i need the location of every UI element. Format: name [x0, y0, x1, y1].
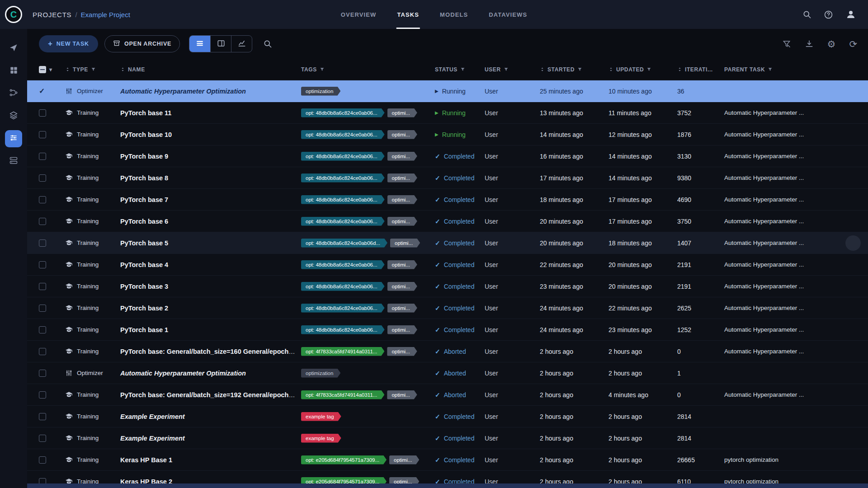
sort-icon[interactable]: [540, 67, 545, 72]
task-row[interactable]: TrainingExample Experimentexample tag✓Co…: [27, 427, 868, 449]
open-archive-button[interactable]: OPEN ARCHIVE: [104, 35, 180, 52]
sidebar-item-dashboard[interactable]: [5, 40, 22, 57]
tab-tasks[interactable]: TASKS: [396, 0, 420, 29]
column-header-parent[interactable]: PARENT TASK: [721, 66, 868, 73]
column-header-tags[interactable]: TAGS: [297, 66, 431, 73]
settings-gear-icon[interactable]: ⚙: [827, 39, 836, 49]
task-name[interactable]: PyTorch base 7: [120, 196, 168, 203]
task-name[interactable]: Keras HP Base 2: [120, 478, 172, 484]
clearml-logo[interactable]: C: [5, 6, 22, 23]
task-name[interactable]: PyTorch base 5: [120, 239, 168, 247]
sidebar-item-workers-queues[interactable]: [5, 153, 22, 170]
sort-icon[interactable]: [120, 67, 125, 72]
task-row[interactable]: TrainingPyTorch base 7opt: 48db0b8a6c824…: [27, 189, 868, 211]
column-header-started[interactable]: STARTED: [536, 66, 605, 73]
task-name[interactable]: Example Experiment: [120, 413, 185, 420]
task-name[interactable]: PyTorch base: General/batch_size=160 Gen…: [120, 348, 297, 355]
task-name[interactable]: Keras HP Base 1: [120, 456, 172, 464]
task-row[interactable]: TrainingPyTorch base: General/batch_size…: [27, 384, 868, 406]
task-row[interactable]: TrainingPyTorch base: General/batch_size…: [27, 341, 868, 362]
row-checkbox[interactable]: [39, 283, 46, 290]
clear-filters-icon[interactable]: [782, 39, 791, 48]
sidebar-item-pipelines[interactable]: [5, 85, 22, 102]
table-view-button[interactable]: [189, 36, 210, 52]
task-row[interactable]: TrainingPyTorch base 8opt: 48db0b8a6c824…: [27, 167, 868, 189]
column-header-name[interactable]: NAME: [117, 66, 297, 73]
task-name[interactable]: Automatic Hyperparameter Optimization: [120, 370, 246, 377]
task-row[interactable]: TrainingExample Experimentexample tag✓Co…: [27, 406, 868, 427]
row-checkbox[interactable]: [39, 153, 46, 160]
task-name[interactable]: PyTorch base 3: [120, 283, 168, 290]
filter-icon[interactable]: [460, 67, 465, 72]
task-name[interactable]: Automatic Hyperparameter Optimization: [120, 88, 246, 95]
row-checkbox[interactable]: [39, 109, 46, 117]
task-row[interactable]: TrainingKeras HP Base 2opt: e205d684f795…: [27, 471, 868, 483]
breadcrumb-projects[interactable]: PROJECTS: [33, 11, 71, 19]
task-row[interactable]: TrainingKeras HP Base 1opt: e205d684f795…: [27, 449, 868, 471]
filter-icon[interactable]: [768, 67, 773, 72]
horizontal-scrollbar[interactable]: [27, 483, 868, 488]
task-name[interactable]: PyTorch base 9: [120, 153, 168, 160]
task-row[interactable]: TrainingPyTorch base 11opt: 48db0b8a6c82…: [27, 102, 868, 124]
filter-icon[interactable]: [91, 67, 96, 72]
row-checkbox[interactable]: [39, 239, 46, 247]
split-view-button[interactable]: [210, 36, 231, 52]
row-checkbox[interactable]: [39, 218, 46, 225]
row-checkbox[interactable]: [39, 391, 46, 399]
filter-icon[interactable]: [504, 67, 509, 72]
task-name[interactable]: PyTorch base 6: [120, 218, 168, 225]
task-name[interactable]: PyTorch base 10: [120, 131, 172, 138]
task-name[interactable]: Example Experiment: [120, 435, 185, 442]
row-checkbox[interactable]: [39, 478, 46, 483]
row-checkbox[interactable]: [39, 370, 46, 377]
sort-icon[interactable]: [677, 67, 682, 72]
tab-overview[interactable]: OVERVIEW: [340, 0, 377, 29]
new-task-button[interactable]: + NEW TASK: [39, 35, 98, 52]
download-icon[interactable]: [805, 39, 814, 48]
row-checkbox[interactable]: [39, 326, 46, 333]
sidebar-item-experiments[interactable]: [5, 130, 22, 147]
task-row[interactable]: TrainingPyTorch base 5opt: 48db0b8a6c824…: [27, 232, 868, 254]
row-checkbox[interactable]: [39, 413, 46, 420]
user-avatar[interactable]: [845, 9, 856, 20]
column-header-status[interactable]: STATUS: [431, 66, 481, 73]
task-row[interactable]: TrainingPyTorch base 6opt: 48db0b8a6c824…: [27, 211, 868, 232]
table-search-icon[interactable]: [263, 39, 272, 48]
row-checkbox[interactable]: [39, 196, 46, 203]
task-name[interactable]: PyTorch base 2: [120, 305, 168, 312]
task-name[interactable]: PyTorch base 8: [120, 174, 168, 182]
column-header-type[interactable]: TYPE: [61, 66, 117, 73]
row-checkbox[interactable]: [39, 305, 46, 312]
sort-icon[interactable]: [65, 67, 70, 72]
row-checkbox[interactable]: [39, 131, 46, 138]
task-name[interactable]: PyTorch base 4: [120, 261, 168, 268]
filter-icon[interactable]: [577, 67, 582, 72]
column-header-user[interactable]: USER: [481, 66, 536, 73]
row-checkbox[interactable]: [39, 348, 46, 355]
auto-refresh-icon[interactable]: ⟳: [849, 39, 857, 49]
tab-dataviews[interactable]: DATAVIEWS: [488, 0, 528, 29]
task-name[interactable]: PyTorch base: General/batch_size=192 Gen…: [120, 391, 297, 399]
task-row[interactable]: TrainingPyTorch base 10opt: 48db0b8a6c82…: [27, 124, 868, 145]
row-checkbox[interactable]: [39, 261, 46, 268]
task-row[interactable]: TrainingPyTorch base 1opt: 48db0b8a6c824…: [27, 319, 868, 341]
column-header-updated[interactable]: UPDATED: [605, 66, 674, 73]
filter-icon[interactable]: [646, 67, 651, 72]
task-name[interactable]: PyTorch base 1: [120, 326, 168, 333]
task-row[interactable]: TrainingPyTorch base 3opt: 48db0b8a6c824…: [27, 276, 868, 297]
search-icon[interactable]: [802, 10, 811, 19]
column-header-iterations[interactable]: ITERATI...: [674, 66, 721, 73]
row-checkbox[interactable]: [39, 435, 46, 442]
select-all-checkbox[interactable]: [39, 66, 46, 73]
task-row[interactable]: ✓OptimizerAutomatic Hyperparameter Optim…: [27, 80, 868, 102]
sidebar-item-datasets[interactable]: [5, 108, 22, 125]
task-row[interactable]: OptimizerAutomatic Hyperparameter Optimi…: [27, 362, 868, 384]
task-row[interactable]: TrainingPyTorch base 9opt: 48db0b8a6c824…: [27, 145, 868, 167]
task-row[interactable]: TrainingPyTorch base 2opt: 48db0b8a6c824…: [27, 297, 868, 319]
row-checkbox[interactable]: [39, 174, 46, 182]
row-checkbox[interactable]: [39, 456, 46, 464]
filter-icon[interactable]: [320, 67, 325, 72]
chart-view-button[interactable]: [231, 36, 252, 52]
select-all-caret-icon[interactable]: ▾: [49, 66, 52, 73]
row-checkbox-checked[interactable]: ✓: [39, 88, 45, 95]
